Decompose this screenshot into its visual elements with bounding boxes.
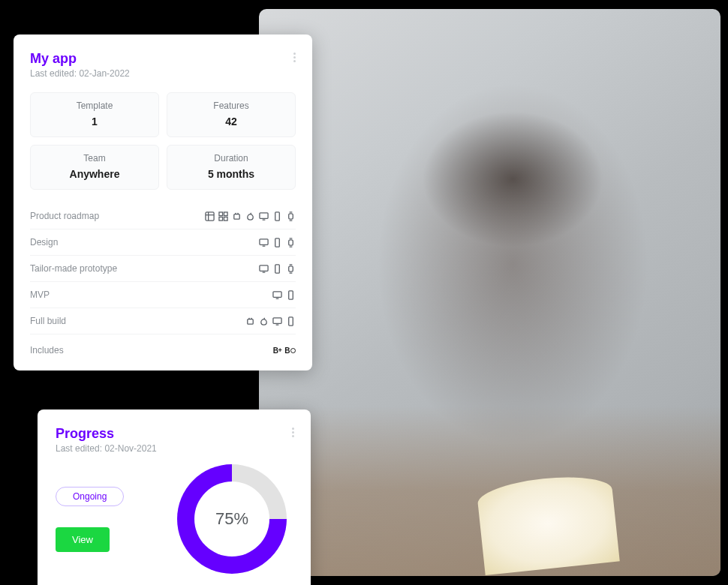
stat-team: Team Anywhere [30, 145, 159, 190]
feature-row-mvp: MVP [30, 282, 296, 308]
svg-rect-16 [289, 290, 293, 298]
svg-rect-15 [273, 291, 281, 296]
svg-rect-13 [275, 264, 280, 272]
android-icon [232, 212, 242, 221]
svg-rect-0 [206, 212, 214, 220]
app-title: My app [30, 51, 130, 67]
svg-rect-4 [224, 217, 227, 220]
svg-rect-2 [224, 212, 227, 215]
feature-label: Design [30, 237, 58, 248]
notebook-shape [476, 472, 620, 575]
svg-rect-14 [289, 266, 293, 271]
builder-circle-icon: B [284, 346, 296, 355]
desktop-icon [259, 238, 269, 248]
feature-row-prototype: Tailor-made prototype [30, 256, 296, 282]
watch-icon [286, 264, 296, 274]
progress-donut: 75% [177, 464, 287, 574]
stat-team-label: Team [37, 153, 152, 164]
feature-label: Product roadmap [30, 211, 99, 221]
status-pill: Ongoing [56, 487, 124, 506]
svg-rect-3 [219, 217, 223, 220]
desktop-icon [259, 264, 269, 274]
web-icon [205, 212, 215, 221]
svg-rect-5 [234, 214, 239, 219]
more-menu-icon[interactable] [293, 51, 296, 62]
stat-duration-value: 5 months [173, 168, 289, 180]
svg-rect-8 [289, 213, 293, 218]
view-button[interactable]: View [56, 527, 110, 552]
svg-rect-9 [260, 238, 268, 244]
svg-rect-10 [275, 238, 280, 246]
stat-duration-label: Duration [173, 153, 289, 164]
builder-plus-icon: B+ [273, 346, 282, 355]
svg-rect-6 [260, 212, 268, 218]
progress-percent: 75% [215, 509, 248, 529]
mobile-icon [286, 290, 296, 300]
mobile-icon [272, 264, 282, 274]
app-last-edited: Last edited: 02-Jan-2022 [30, 68, 130, 79]
svg-rect-18 [273, 317, 281, 322]
feature-label: Full build [30, 316, 66, 326]
mobile-icon [286, 316, 296, 326]
apple-icon [259, 316, 269, 326]
includes-label: Includes [30, 345, 64, 356]
stat-features-label: Features [173, 100, 289, 111]
stat-template-value: 1 [37, 116, 152, 128]
feature-label: Tailor-made prototype [30, 263, 117, 274]
stat-template: Template 1 [30, 92, 159, 137]
more-menu-icon[interactable] [292, 426, 294, 437]
apple-icon [245, 212, 255, 221]
desktop-icon [272, 316, 282, 326]
mobile-icon [272, 238, 282, 248]
progress-title: Progress [56, 426, 157, 442]
stat-team-value: Anywhere [37, 168, 152, 180]
svg-rect-7 [275, 212, 280, 220]
hero-photo [259, 9, 720, 576]
progress-card: Progress Last edited: 02-Nov-2021 Ongoin… [38, 410, 311, 585]
grid-icon [218, 212, 228, 221]
feature-row-roadmap: Product roadmap [30, 203, 296, 230]
stat-features-value: 42 [173, 116, 289, 128]
progress-last-edited: Last edited: 02-Nov-2021 [56, 443, 157, 454]
svg-rect-17 [248, 319, 253, 324]
svg-rect-1 [219, 212, 223, 215]
svg-rect-19 [289, 316, 293, 325]
feature-label: MVP [30, 290, 50, 300]
watch-icon [286, 238, 296, 248]
mobile-icon [272, 212, 282, 221]
watch-icon [286, 212, 296, 221]
feature-row-design: Design [30, 230, 296, 256]
stat-duration: Duration 5 months [167, 145, 296, 190]
android-icon [245, 316, 255, 326]
svg-rect-12 [260, 265, 268, 270]
stat-template-label: Template [37, 100, 152, 111]
svg-rect-11 [289, 239, 293, 244]
stat-features: Features 42 [167, 92, 296, 137]
desktop-icon [259, 212, 269, 221]
desktop-icon [272, 290, 282, 300]
feature-row-fullbuild: Full build [30, 308, 296, 334]
app-summary-card: My app Last edited: 02-Jan-2022 Template… [14, 34, 312, 370]
includes-row: Includes B+ B [30, 334, 296, 357]
